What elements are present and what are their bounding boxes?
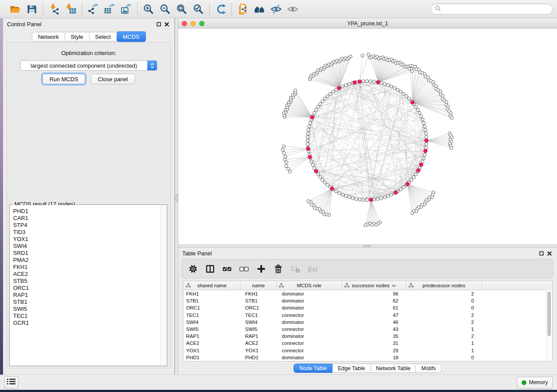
tab-node-table[interactable]: Node Table	[294, 364, 332, 373]
new-network-from-selection-icon[interactable]	[236, 3, 249, 16]
save-session-icon[interactable]	[25, 3, 38, 16]
vertical-splitter[interactable]	[175, 18, 178, 375]
function-builder-icon: f(x)	[308, 264, 321, 274]
mcds-result-group: MCDS result (17 nodes) PHD1CAR1STP4TID3Y…	[9, 204, 167, 366]
result-list-item[interactable]: SWI5	[13, 306, 161, 313]
export-image-icon[interactable]	[120, 3, 133, 16]
network-canvas[interactable]	[178, 29, 557, 244]
result-list-item[interactable]: YOX1	[13, 236, 161, 243]
result-list-item[interactable]: STP4	[13, 222, 161, 229]
add-entry-icon[interactable]	[256, 264, 266, 274]
table-panel: Table Panel f(x) shared namenameMCDS rol…	[178, 248, 557, 375]
table-cell: 35	[342, 334, 406, 339]
criterion-dropdown[interactable]: largest connected component (undirected)	[20, 60, 157, 71]
table-cell: PHD1	[183, 355, 241, 360]
table-scrollbar[interactable]	[546, 290, 552, 361]
network-view-titlebar[interactable]: YPA_prune.txt_1	[178, 18, 557, 29]
export-table-icon[interactable]	[103, 3, 116, 16]
float-panel-icon[interactable]	[155, 20, 163, 28]
import-table-icon[interactable]	[64, 3, 77, 16]
window-close-button[interactable]	[182, 21, 187, 26]
tab-mcds[interactable]: MCDS	[117, 31, 146, 42]
result-list-item[interactable]: FKH1	[13, 264, 161, 271]
table-row[interactable]: YOX1YOX1connector291	[183, 347, 552, 354]
result-list-item[interactable]: RAP1	[13, 292, 161, 299]
table-cell: TEC1	[183, 313, 241, 318]
table-row[interactable]: RAP1RAP1dominator352	[183, 333, 552, 340]
table-row[interactable]: ACE2ACE2connector311	[183, 340, 552, 347]
show-panels-button[interactable]	[4, 376, 18, 389]
result-list-item[interactable]: SWI4	[13, 243, 161, 250]
tab-network-table[interactable]: Network Table	[371, 364, 416, 373]
table-cell: FKH1	[183, 291, 241, 296]
delete-entry-icon[interactable]	[273, 264, 283, 274]
tab-select[interactable]: Select	[90, 32, 117, 41]
table-cell: ACE2	[241, 340, 277, 346]
open-session-icon[interactable]	[9, 3, 22, 16]
tab-motifs[interactable]: Motifs	[416, 364, 441, 373]
result-list-item[interactable]: STB5	[13, 278, 161, 285]
first-neighbors-icon[interactable]	[253, 3, 266, 16]
show-columns-icon[interactable]	[205, 264, 215, 274]
table-row[interactable]: STB1STB1dominator620	[183, 297, 552, 304]
import-network-icon[interactable]	[48, 3, 61, 16]
table-row[interactable]: SWI4SWI4dominator462	[183, 319, 552, 326]
column-header-successor-nodes[interactable]: successor nodes	[342, 281, 406, 290]
result-list-item[interactable]: ACE2	[13, 271, 161, 278]
table-settings-icon[interactable]	[188, 264, 198, 274]
select-all-icon[interactable]	[222, 264, 232, 274]
table-row[interactable]: FKH1FKH1dominator962	[183, 290, 552, 297]
zoom-selected-icon[interactable]	[192, 3, 205, 16]
zoom-fit-icon[interactable]	[175, 3, 188, 16]
result-list-item[interactable]: TID3	[13, 229, 161, 236]
zoom-out-icon[interactable]	[159, 3, 172, 16]
table-row[interactable]: SWI5SWI5connector431	[183, 326, 552, 333]
network-graph[interactable]	[178, 29, 557, 244]
result-list-item[interactable]: GCR1	[13, 320, 161, 327]
column-header-predecessor-nodes[interactable]: predecessor nodes	[406, 281, 482, 290]
window-zoom-button[interactable]	[199, 21, 204, 26]
float-panel-icon[interactable]	[537, 249, 545, 257]
zoom-in-icon[interactable]	[142, 3, 155, 16]
close-panel-icon[interactable]	[163, 20, 170, 28]
hide-selected-icon[interactable]	[270, 3, 283, 16]
result-list-item[interactable]: CAR1	[13, 215, 161, 222]
table-row[interactable]: PHD1PHD1dominator180	[183, 354, 552, 361]
show-all-icon[interactable]	[286, 3, 299, 16]
window-minimize-button[interactable]	[190, 21, 196, 26]
table-cell: 1	[406, 348, 482, 353]
horizontal-splitter[interactable]	[178, 244, 557, 248]
close-panel-icon[interactable]	[545, 249, 553, 257]
table-cell: connector	[277, 348, 342, 353]
deselect-all-icon[interactable]	[239, 264, 249, 274]
tab-edge-table[interactable]: Edge Table	[332, 364, 370, 373]
table-cell: 0	[406, 355, 482, 360]
result-list-item[interactable]: STB1	[13, 299, 161, 306]
export-network-icon[interactable]	[86, 3, 100, 16]
tab-style[interactable]: Style	[65, 32, 90, 41]
mcds-tab-content: Optimization criterion: largest connecte…	[7, 42, 171, 368]
result-list-item[interactable]: PMA2	[13, 257, 161, 264]
result-list-scrollbar[interactable]	[160, 205, 166, 365]
result-list-item[interactable]: TEC1	[13, 313, 161, 320]
close-panel-button[interactable]: Close panel	[91, 74, 135, 84]
result-list-item[interactable]: SRD1	[13, 250, 161, 257]
mcds-result-list[interactable]: PHD1CAR1STP4TID3YOX1SWI4SRD1PMA2FKH1ACE2…	[10, 205, 161, 365]
column-header-name[interactable]: name	[241, 281, 277, 290]
run-mcds-button[interactable]: Run MCDS	[42, 74, 85, 84]
table-row[interactable]: TEC1TEC1connector472	[183, 312, 552, 319]
table-row[interactable]: ORC1ORC1dominator610	[183, 304, 552, 311]
tab-network[interactable]: Network	[32, 32, 65, 41]
column-header-shared-name[interactable]: shared name	[183, 281, 241, 290]
search-input[interactable]	[443, 6, 548, 13]
status-bar: Memory	[0, 375, 557, 390]
search-box[interactable]	[430, 3, 553, 14]
result-list-item[interactable]: PHD1	[13, 208, 161, 215]
desktop-wallpaper-strip	[0, 18, 3, 375]
refresh-view-icon[interactable]	[214, 3, 227, 16]
scrollbar-thumb[interactable]	[547, 292, 551, 336]
memory-button[interactable]: Memory	[517, 377, 553, 389]
table-cell: connector	[277, 313, 342, 318]
result-list-item[interactable]: ORC1	[13, 285, 161, 292]
column-header-MCDS-role[interactable]: MCDS role	[277, 281, 342, 290]
